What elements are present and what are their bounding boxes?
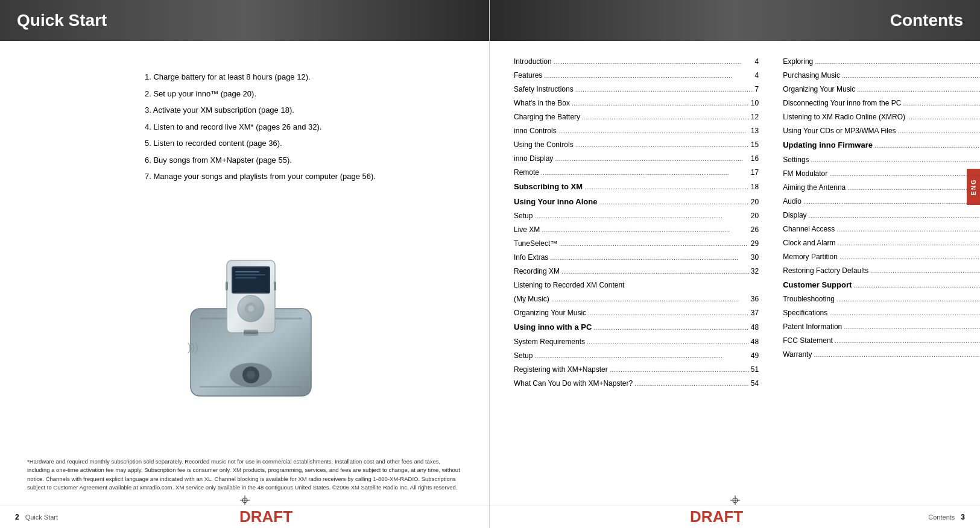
toc-title: What's in the Box (514, 98, 570, 108)
toc-title: Subscribing to XM (514, 181, 583, 193)
step-3: 3. Activate your XM subscription (page 1… (145, 104, 465, 116)
right-draft-label: DRAFT (505, 508, 928, 526)
right-page-label: Contents (928, 514, 955, 521)
toc-dots: ........................................… (587, 337, 749, 347)
toc-title: TuneSelect™ (514, 238, 557, 249)
toc-dots: ........................................… (572, 98, 749, 108)
toc-page: 26 (751, 224, 759, 235)
right-footer: DRAFT Contents 3 (490, 505, 980, 528)
toc-title: System Requirements (514, 336, 585, 347)
toc-title: Listening to Recorded XM Content (514, 280, 624, 291)
toc-page: 12 (751, 112, 759, 122)
toc-entry: Using inno with a PC ...................… (514, 321, 759, 333)
toc-title: Updating inno Firmware (783, 139, 873, 151)
toc-dots: ........................................… (836, 224, 980, 234)
toc-title: Setup (514, 210, 533, 221)
toc-title: Using inno with a PC (514, 321, 592, 333)
toc-entry: TuneSelect™ ............................… (514, 238, 759, 249)
toc-dots: ........................................… (836, 294, 980, 304)
toc-dots: ........................................… (575, 84, 753, 95)
toc-page: 17 (751, 167, 759, 178)
toc-entry: Exploring ..............................… (783, 56, 980, 67)
toc-title: Restoring Factory Defaults (783, 265, 868, 276)
toc-entry: Updating inno Firmware .................… (783, 139, 980, 151)
toc-entry: Clock and Alarm ........................… (783, 237, 980, 248)
left-draft-label: DRAFT (58, 508, 474, 526)
toc-dots: ........................................… (829, 169, 980, 179)
toc-entry: Using Your CDs or MP3/WMA Files ........… (783, 125, 980, 136)
toc-entry: Restoring Factory Defaults .............… (783, 265, 980, 276)
print-mark-bottom-left (240, 495, 250, 505)
toc-title: FM Modulator (783, 168, 827, 179)
svg-text:))): ))) (188, 341, 198, 353)
toc-entry: Subscribing to XM ......................… (514, 181, 759, 193)
toc-dots: ........................................… (809, 210, 980, 221)
toc-page: 10 (751, 98, 759, 108)
toc-dots: ........................................… (811, 155, 980, 165)
toc-entry: inno Controls ..........................… (514, 125, 759, 136)
left-header: Quick Start (0, 0, 489, 41)
toc-title: Purchasing Music (783, 70, 840, 81)
toc-title: Using Your CDs or MP3/WMA Files (783, 125, 896, 136)
right-content: Introduction ...........................… (490, 41, 980, 504)
toc-entry: Using Your inno Alone ..................… (514, 196, 759, 208)
left-page-number: 2 (15, 513, 19, 521)
toc-title: Troubleshooting (783, 294, 835, 304)
toc-dots: ........................................… (829, 308, 980, 318)
toc-entry: Organizing Your Music ..................… (783, 84, 980, 95)
toc-entry: Using the Controls .....................… (514, 139, 759, 150)
toc-dots: ........................................… (551, 294, 749, 304)
toc-dots: ........................................… (541, 168, 749, 178)
toc-title: Remote (514, 167, 539, 178)
svg-rect-14 (235, 277, 256, 278)
toc-entry: Organizing Your Music ..................… (514, 307, 759, 318)
toc-dots: ........................................… (907, 112, 980, 122)
toc-entry: Recording XM ...........................… (514, 266, 759, 277)
toc-entry: Setup ..................................… (514, 350, 759, 361)
toc-entry: FM Modulator ...........................… (783, 168, 980, 179)
toc-title: Specifications (783, 307, 827, 318)
footnote: *Hardware and required monthly subscript… (24, 457, 465, 492)
toc-entry: Patent Information .....................… (783, 321, 980, 332)
toc-dots: ........................................… (584, 182, 749, 192)
device-svg: ))) (179, 242, 323, 405)
toc-entry: Channel Access .........................… (783, 224, 980, 234)
svg-rect-22 (244, 332, 258, 334)
toc-dots: ........................................… (610, 365, 749, 375)
toc-title: Display (783, 210, 806, 221)
toc-entry: What Can You Do with XM+Napster? .......… (514, 378, 759, 389)
toc-title: (My Music) (514, 294, 549, 304)
toc-title: Audio (783, 196, 801, 207)
device-image-area: ))) (24, 200, 465, 443)
toc-dots: ........................................… (874, 140, 980, 151)
toc-page: 36 (751, 294, 759, 304)
print-mark-bottom-right (730, 495, 740, 505)
toc-entry: Registering with XM+Napster ............… (514, 364, 759, 375)
toc-page: 49 (751, 350, 759, 361)
toc-page: 4 (755, 56, 759, 67)
toc-dots: ........................................… (634, 379, 749, 389)
toc-title: Features (514, 70, 542, 81)
toc-page: 15 (751, 139, 759, 150)
toc-dots: ........................................… (558, 126, 749, 136)
toc-page: 32 (751, 266, 759, 277)
toc-page: 29 (751, 238, 759, 249)
step-5: 5. Listen to recorded content (page 36). (145, 137, 465, 149)
toc-dots: ........................................… (582, 112, 749, 122)
toc-title: Listening to XM Radio Online (XMRO) (783, 112, 905, 122)
toc-title: Using the Controls (514, 139, 574, 150)
toc-title: Organizing Your Music (514, 307, 586, 318)
toc-entry: Display ................................… (783, 210, 980, 221)
toc-page: 37 (751, 307, 759, 318)
right-header: Contents (490, 0, 980, 41)
toc-title: Exploring (783, 56, 813, 67)
left-footer: 2 Quick Start DRAFT (0, 505, 489, 528)
toc-dots: ........................................… (898, 126, 980, 136)
toc-dots: ........................................… (575, 140, 749, 150)
toc-page: 54 (751, 378, 759, 389)
toc-dots: ........................................… (550, 253, 749, 263)
toc-left-column: Introduction ...........................… (508, 56, 765, 492)
step-7: 7. Manage your songs and playlists from … (145, 171, 465, 183)
toc-entry: Memory Partition .......................… (783, 251, 980, 262)
toc-entry: Disconnecting Your inno from the PC ....… (783, 98, 980, 108)
